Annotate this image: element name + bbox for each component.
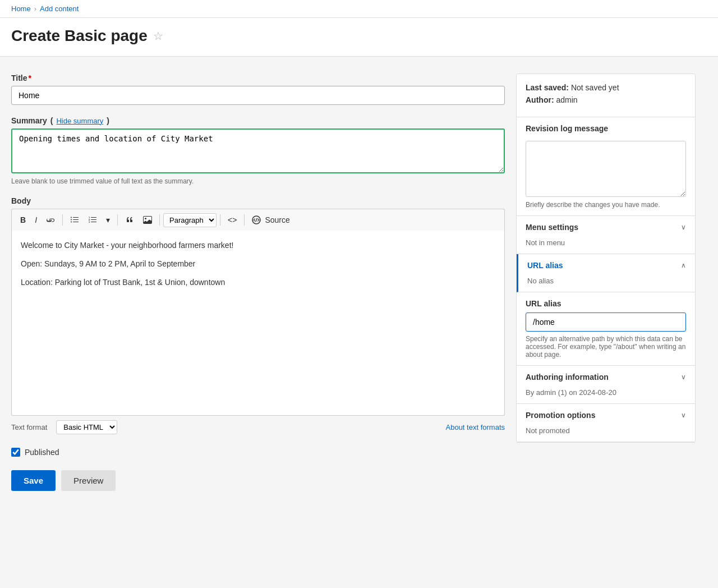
summary-hint: Leave blank to use trimmed value of full…: [11, 177, 505, 185]
title-required: *: [29, 74, 31, 82]
promotion-options-header[interactable]: Promotion options ∨: [517, 404, 695, 426]
toolbar-divider-4: [220, 214, 220, 226]
promotion-options-chevron: ∨: [681, 411, 686, 419]
last-saved-value-text: Not saved yet: [571, 83, 619, 92]
code-icon: <>: [228, 215, 237, 224]
authoring-info-section: Authoring information ∨ By admin (1) on …: [517, 366, 695, 404]
promotion-options-title: Promotion options: [526, 411, 595, 420]
url-alias-input-section: URL alias Specify an alternative path by…: [517, 292, 695, 366]
left-panel: Title* Summary ( Hide summary ) Opening …: [11, 74, 505, 513]
title-input[interactable]: [11, 86, 505, 105]
body-label: Body: [11, 196, 505, 205]
page-title-area: Create Basic page ☆: [0, 18, 718, 57]
paragraph-select[interactable]: Paragraph Heading 1 Heading 2 Heading 3: [163, 213, 217, 227]
url-alias-header[interactable]: URL alias ∧: [518, 254, 695, 277]
link-button[interactable]: [42, 213, 59, 227]
bullet-list-icon: [70, 215, 79, 224]
url-alias-section: URL alias ∧ No alias: [517, 254, 695, 292]
numbered-list-icon: [88, 215, 97, 224]
text-format-select[interactable]: Basic HTML Full HTML Plain text: [56, 420, 117, 434]
breadcrumb: Home › Add content: [0, 0, 718, 18]
image-button[interactable]: [139, 213, 156, 227]
url-alias-input[interactable]: [526, 313, 686, 332]
authoring-info-body: By admin (1) on 2024-08-20: [517, 388, 695, 403]
author-row: Author: admin: [526, 95, 686, 104]
toolbar-divider-2: [117, 214, 118, 226]
numbered-list-button[interactable]: [84, 213, 101, 227]
authoring-info-title: Authoring information: [526, 373, 609, 382]
toolbar-divider-1: [62, 214, 63, 226]
sidebar-info: Last saved: Not saved yet Author: admin: [517, 74, 695, 117]
code-button[interactable]: <>: [224, 213, 241, 227]
revision-log-section: Revision log message Briefly describe th…: [517, 117, 695, 216]
list-dropdown-button[interactable]: ▾: [102, 213, 114, 227]
summary-textarea[interactable]: Opening times and location of City Marke…: [11, 128, 505, 173]
published-row: Published: [11, 448, 505, 457]
authoring-info-chevron: ∨: [681, 373, 686, 381]
blockquote-icon: [125, 215, 134, 224]
editor-body[interactable]: Welcome to City Market - your neighborho…: [11, 231, 505, 416]
url-alias-title: URL alias: [527, 261, 563, 270]
summary-label: Summary ( Hide summary ): [11, 116, 505, 125]
url-alias-no-alias: No alias: [518, 277, 695, 292]
page-title: Create Basic page: [11, 27, 148, 45]
breadcrumb-home[interactable]: Home: [11, 4, 31, 13]
bullet-list-button[interactable]: [66, 213, 83, 227]
breadcrumb-add-content[interactable]: Add content: [40, 4, 79, 13]
url-alias-input-body: URL alias Specify an alternative path by…: [517, 292, 695, 365]
sidebar-card: Last saved: Not saved yet Author: admin …: [516, 74, 696, 443]
url-alias-chevron: ∧: [681, 261, 686, 269]
action-buttons: Save Preview: [11, 470, 505, 513]
body-line-2: Open: Sundays, 9 AM to 2 PM, April to Se…: [21, 258, 495, 270]
image-icon: [143, 215, 152, 224]
source-button[interactable]: Source: [248, 213, 293, 227]
body-line-1: Welcome to City Market - your neighborho…: [21, 240, 495, 251]
right-panel: Last saved: Not saved yet Author: admin …: [516, 74, 696, 513]
revision-hint: Briefly describe the changes you have ma…: [526, 201, 686, 215]
title-label: Title*: [11, 74, 505, 82]
promotion-options-body: Not promoted: [517, 426, 695, 442]
title-field-group: Title*: [11, 74, 505, 105]
blockquote-button[interactable]: [121, 213, 138, 227]
authoring-info-header[interactable]: Authoring information ∨: [517, 366, 695, 388]
menu-settings-header[interactable]: Menu settings ∨: [517, 216, 695, 238]
toolbar-divider-3: [159, 214, 160, 226]
last-saved-row: Last saved: Not saved yet: [526, 83, 686, 92]
menu-settings-section: Menu settings ∨ Not in menu: [517, 216, 695, 254]
menu-settings-chevron: ∨: [681, 223, 686, 231]
bold-button[interactable]: B: [16, 213, 30, 227]
menu-settings-body: Not in menu: [517, 238, 695, 254]
text-format-row: Text format Basic HTML Full HTML Plain t…: [11, 420, 505, 434]
text-format-label: Text format: [11, 423, 47, 431]
breadcrumb-separator: ›: [34, 4, 36, 13]
preview-button[interactable]: Preview: [61, 470, 116, 491]
revision-log-label: Revision log message: [526, 124, 686, 133]
toolbar-divider-5: [244, 214, 245, 226]
save-button[interactable]: Save: [11, 470, 56, 491]
revision-log-textarea[interactable]: [526, 141, 686, 197]
revision-log-area: Briefly describe the changes you have ma…: [526, 141, 686, 215]
summary-field-group: Summary ( Hide summary ) Opening times a…: [11, 116, 505, 185]
source-label: Source: [265, 215, 289, 224]
menu-settings-title: Menu settings: [526, 223, 578, 232]
main-content: Title* Summary ( Hide summary ) Opening …: [0, 57, 707, 530]
link-icon: [46, 215, 55, 224]
published-checkbox[interactable]: [11, 448, 20, 457]
italic-button[interactable]: I: [31, 213, 41, 227]
about-text-formats-link[interactable]: About text formats: [446, 423, 505, 431]
body-line-3: Location: Parking lot of Trust Bank, 1st…: [21, 277, 495, 288]
last-saved-label: Last saved:: [526, 83, 569, 92]
promotion-options-section: Promotion options ∨ Not promoted: [517, 404, 695, 442]
hide-summary-link[interactable]: Hide summary: [56, 117, 103, 125]
author-label: Author:: [526, 95, 554, 104]
author-value-text: admin: [556, 95, 577, 104]
source-icon: [252, 215, 261, 224]
url-alias-hint: Specify an alternative path by which thi…: [526, 335, 686, 359]
published-label[interactable]: Published: [25, 448, 59, 457]
favorite-icon[interactable]: ☆: [153, 29, 163, 43]
editor-toolbar: B I ▾: [11, 209, 505, 231]
body-field-group: Body B I ▾: [11, 196, 505, 434]
url-alias-field-label: URL alias: [526, 299, 686, 308]
